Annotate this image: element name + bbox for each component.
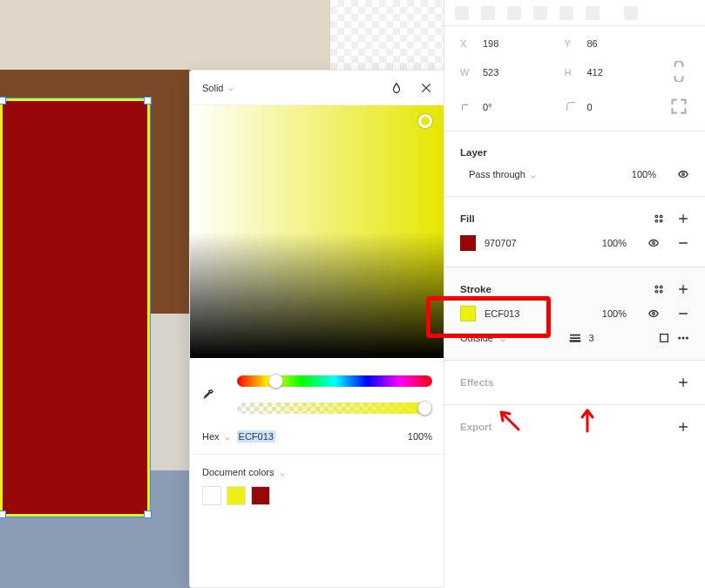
svg-point-13 <box>682 337 684 339</box>
remove-fill-icon[interactable] <box>677 237 689 249</box>
corner-radius-input[interactable]: 0 <box>565 96 664 118</box>
selection-handle[interactable] <box>144 97 152 105</box>
add-export-icon[interactable] <box>677 421 689 433</box>
svg-point-4 <box>660 220 662 222</box>
effects-title: Effects <box>460 377 493 388</box>
svg-point-2 <box>660 215 662 218</box>
stroke-sides-icon[interactable] <box>658 332 670 344</box>
align-left-icon[interactable] <box>455 6 469 20</box>
svg-point-14 <box>686 337 688 339</box>
paint-type-dropdown[interactable]: Solid ⌵ <box>202 83 234 93</box>
selection-handle[interactable] <box>0 97 6 105</box>
annotation-highlight-stroke <box>426 296 551 338</box>
blend-mode-dropdown[interactable]: Pass through⌵ <box>469 169 536 179</box>
fill-color-chip[interactable] <box>460 235 476 251</box>
eyedropper-icon[interactable] <box>202 389 214 401</box>
fill-section: Fill 970707 100% <box>444 197 705 267</box>
paint-type-label: Solid <box>202 83 223 93</box>
rotation-input[interactable]: 0° <box>460 96 559 118</box>
svg-point-6 <box>655 286 658 288</box>
color-picker-panel: Solid ⌵ Hex ⌵ ECF013 <box>189 70 445 588</box>
remove-stroke-icon[interactable] <box>677 308 689 320</box>
stroke-opacity-input[interactable]: 100% <box>602 308 627 319</box>
close-icon[interactable] <box>420 82 432 94</box>
align-more-icon[interactable] <box>624 6 638 20</box>
layer-opacity-input[interactable]: 100% <box>632 169 656 179</box>
visibility-icon[interactable] <box>677 168 689 180</box>
h-input[interactable]: H412 <box>565 61 664 84</box>
styles-icon[interactable] <box>653 213 665 225</box>
visibility-icon[interactable] <box>647 237 660 249</box>
svg-point-10 <box>653 313 655 315</box>
design-inspector: X198 Y86 W523 H412 0° 0 Layer Pass throu… <box>444 0 705 588</box>
w-input[interactable]: W523 <box>460 61 559 84</box>
document-swatch[interactable] <box>227 486 246 505</box>
align-toolbar <box>444 0 705 26</box>
alpha-slider[interactable] <box>237 402 432 414</box>
hex-input[interactable]: ECF013 <box>237 431 385 442</box>
effects-section: Effects <box>444 361 705 405</box>
align-top-icon[interactable] <box>533 6 547 20</box>
align-center-icon[interactable] <box>481 6 495 20</box>
chevron-down-icon: ⌵ <box>228 83 234 92</box>
x-input[interactable]: X198 <box>460 38 559 49</box>
svg-point-7 <box>660 286 662 288</box>
align-right-icon[interactable] <box>507 6 521 20</box>
align-middle-icon[interactable] <box>559 6 573 20</box>
document-swatches <box>202 486 432 505</box>
export-title: Export <box>460 422 491 432</box>
svg-point-5 <box>653 242 655 245</box>
add-stroke-icon[interactable] <box>677 283 689 295</box>
stroke-more-icon[interactable] <box>677 332 689 344</box>
hue-thumb[interactable] <box>268 374 283 389</box>
constrain-proportions-icon[interactable] <box>668 61 689 84</box>
fill-title: Fill <box>460 213 475 224</box>
selection-handle[interactable] <box>144 510 152 518</box>
document-swatch[interactable] <box>251 486 270 505</box>
visibility-icon[interactable] <box>647 308 660 320</box>
layer-section: Layer Pass through⌵ 100% <box>444 132 705 197</box>
alpha-thumb[interactable] <box>417 401 432 416</box>
chevron-down-icon: ⌵ <box>531 170 536 179</box>
document-colors-label: Document colors <box>202 467 275 477</box>
document-colors-dropdown[interactable]: Document colors ⌵ <box>202 467 432 477</box>
document-swatch[interactable] <box>202 486 221 505</box>
saturation-value-area[interactable] <box>190 105 444 358</box>
stroke-weight-icon <box>569 332 581 344</box>
hue-slider[interactable] <box>237 375 432 387</box>
svg-point-9 <box>660 290 662 293</box>
color-model-label: Hex <box>202 431 220 442</box>
styles-icon[interactable] <box>653 283 665 295</box>
chevron-down-icon: ⌵ <box>225 432 230 442</box>
selection-handle[interactable] <box>0 510 6 518</box>
blend-mode-icon[interactable] <box>390 82 403 94</box>
color-model-dropdown[interactable]: Hex ⌵ <box>202 431 230 442</box>
svg-rect-11 <box>661 335 668 342</box>
svg-point-3 <box>655 220 658 222</box>
svg-point-0 <box>682 173 685 176</box>
annotation-arrow <box>573 405 601 436</box>
y-input[interactable]: Y86 <box>565 38 664 49</box>
stroke-weight-input[interactable]: 3 <box>588 333 593 343</box>
svg-point-8 <box>655 290 658 293</box>
add-effect-icon[interactable] <box>677 376 689 389</box>
independent-corners-icon[interactable] <box>668 96 689 118</box>
svg-point-1 <box>655 215 658 218</box>
annotation-arrow <box>494 405 522 436</box>
align-bottom-icon[interactable] <box>586 6 600 20</box>
sv-cursor[interactable] <box>418 114 432 128</box>
transform-section: X198 Y86 W523 H412 0° 0 <box>444 26 705 132</box>
stroke-title: Stroke <box>460 284 491 294</box>
add-fill-icon[interactable] <box>677 213 689 225</box>
chevron-down-icon: ⌵ <box>280 468 285 477</box>
picker-opacity-input[interactable]: 100% <box>392 431 432 442</box>
selected-shape[interactable] <box>0 98 150 517</box>
fill-hex[interactable]: 970707 <box>485 238 517 248</box>
layer-title: Layer <box>460 147 487 158</box>
svg-point-12 <box>679 337 681 339</box>
fill-opacity-input[interactable]: 100% <box>602 238 627 248</box>
